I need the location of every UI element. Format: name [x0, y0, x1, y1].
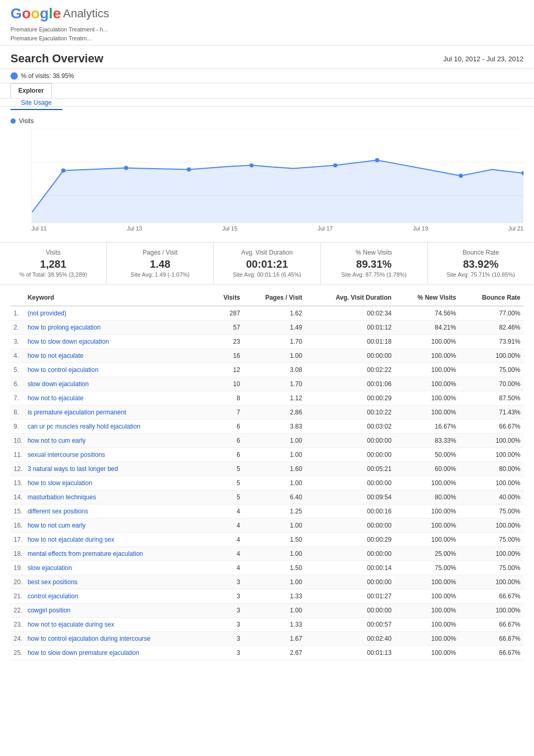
- keyword-cell[interactable]: can ur pc muscles really hold ejaculatio…: [25, 420, 210, 434]
- tab-site-usage[interactable]: Site Usage: [10, 96, 62, 110]
- table-row: 19. slow ejaculation 4 1.50 00:00:14 75.…: [10, 561, 524, 575]
- svg-point-7: [250, 163, 254, 168]
- nv-cell: 100.00%: [395, 391, 459, 406]
- keyword-cell[interactable]: how to control ejaculation: [25, 363, 210, 377]
- table-row: 7. how not to ejaculate 8 1.12 00:00:29 …: [10, 391, 524, 406]
- keyword-cell[interactable]: how to not cum early: [25, 519, 210, 533]
- row-num: 13.: [10, 476, 25, 490]
- keyword-cell[interactable]: how to not ejaculate: [25, 349, 210, 363]
- br-cell: 80.00%: [459, 462, 524, 476]
- th-avd[interactable]: Avg. Visit Duration: [305, 290, 395, 306]
- keyword-cell[interactable]: 3 natural ways to last longer bed: [25, 462, 210, 476]
- th-ppv[interactable]: Pages / Visit: [243, 290, 306, 306]
- avd-cell: 00:00:29: [305, 391, 395, 406]
- table-row: 9. can ur pc muscles really hold ejacula…: [10, 420, 524, 434]
- row-num: 23.: [10, 618, 25, 632]
- table-row: 24. how to control ejaculation during in…: [10, 632, 524, 646]
- br-cell: 75.00%: [459, 363, 524, 377]
- ppv-cell: 1.50: [243, 533, 306, 547]
- tabs-bar: Explorer: [0, 83, 534, 98]
- chart-section: Visits 140 70: [0, 107, 534, 237]
- keyword-cell[interactable]: how not to ejaculate: [25, 391, 210, 406]
- visits-cell: 57: [210, 321, 243, 335]
- metric-avd-label: Avg. Visit Duration: [222, 249, 312, 256]
- keyword-cell[interactable]: slow down ejaculation: [25, 377, 210, 391]
- br-cell: 70.00%: [459, 377, 524, 391]
- metric-br-value: 83.92%: [436, 258, 526, 270]
- br-cell: 66.67%: [459, 646, 524, 660]
- row-num: 19.: [10, 561, 25, 575]
- th-nv[interactable]: % New Visits: [395, 290, 459, 306]
- keyword-cell[interactable]: is premature ejaculation permanent: [25, 406, 210, 420]
- table-row: 21. control ejaculation 3 1.33 00:01:27 …: [10, 589, 524, 604]
- keyword-cell[interactable]: sexual intercourse positions: [25, 448, 210, 462]
- logo: Google Analytics: [10, 5, 524, 22]
- br-cell: 73.91%: [459, 335, 524, 349]
- metric-ppv-sub: Site Avg: 1.49 (-1.07%): [115, 271, 205, 278]
- metric-avd: Avg. Visit Duration 00:01:21 Site Avg: 0…: [214, 243, 320, 284]
- keyword-cell[interactable]: (not provided): [25, 306, 210, 321]
- table-row: 22. cowgirl position 3 1.00 00:00:00 100…: [10, 604, 524, 618]
- keyword-cell[interactable]: how not to cum early: [25, 434, 210, 448]
- keyword-cell[interactable]: how not to ejaculate during sex: [25, 618, 210, 632]
- avd-cell: 00:00:00: [305, 476, 395, 490]
- visits-cell: 3: [210, 632, 243, 646]
- ppv-cell: 1.49: [243, 321, 306, 335]
- visits-cell: 3: [210, 604, 243, 618]
- keyword-cell[interactable]: how to slow ejaculation: [25, 476, 210, 490]
- br-cell: 75.00%: [459, 505, 524, 519]
- th-keyword[interactable]: Keyword: [25, 290, 210, 306]
- br-cell: 71.43%: [459, 406, 524, 420]
- metric-visits: Visits 1,281 % of Total: 38.95% (3,289): [0, 243, 107, 284]
- keyword-cell[interactable]: how to prolong ejaculation: [25, 321, 210, 335]
- keyword-cell[interactable]: different sex positions: [25, 505, 210, 519]
- metrics-row: Visits 1,281 % of Total: 38.95% (3,289) …: [0, 242, 534, 284]
- br-cell: 66.67%: [459, 420, 524, 434]
- th-br[interactable]: Bounce Rate: [459, 290, 524, 306]
- keyword-cell[interactable]: how to slow down ejaculation: [25, 335, 210, 349]
- keyword-cell[interactable]: how to slow down premature ejaculation: [25, 646, 210, 660]
- logo-g: G: [10, 5, 22, 21]
- avd-cell: 00:00:00: [305, 547, 395, 561]
- logo-o2: o: [31, 5, 40, 21]
- avd-cell: 00:01:18: [305, 335, 395, 349]
- visits-cell: 8: [210, 391, 243, 406]
- logo-analytics: Analytics: [63, 7, 109, 20]
- keyword-cell[interactable]: cowgirl position: [25, 604, 210, 618]
- keyword-cell[interactable]: slow ejaculation: [25, 561, 210, 575]
- keyword-cell[interactable]: best sex positions: [25, 575, 210, 589]
- date-range: Jul 10, 2012 - Jul 23, 2012: [443, 55, 524, 63]
- filter-icon: [10, 72, 18, 80]
- avd-cell: 00:00:00: [305, 575, 395, 589]
- nv-cell: 84.21%: [395, 321, 459, 335]
- ppv-cell: 1.00: [243, 547, 306, 561]
- visits-cell: 5: [210, 490, 243, 505]
- row-num: 9.: [10, 420, 25, 434]
- visits-cell: 7: [210, 406, 243, 420]
- table-row: 13. how to slow ejaculation 5 1.00 00:00…: [10, 476, 524, 490]
- svg-point-10: [459, 174, 463, 178]
- br-cell: 66.67%: [459, 589, 524, 604]
- tab-explorer[interactable]: Explorer: [10, 83, 52, 98]
- keyword-cell[interactable]: mental effects from premature ejaculatio…: [25, 547, 210, 561]
- header: Google Analytics Premature Ejaculation T…: [0, 0, 534, 46]
- row-num: 4.: [10, 349, 25, 363]
- keyword-cell[interactable]: how to not ejaculate during sex: [25, 533, 210, 547]
- table-row: 14. masturbation techniques 5 6.40 00:09…: [10, 490, 524, 505]
- row-num: 24.: [10, 632, 25, 646]
- row-num: 3.: [10, 335, 25, 349]
- avd-cell: 00:01:12: [305, 321, 395, 335]
- avd-cell: 00:00:00: [305, 604, 395, 618]
- th-visits[interactable]: Visits: [210, 290, 243, 306]
- metric-ppv: Pages / Visit 1.48 Site Avg: 1.49 (-1.07…: [107, 243, 214, 284]
- keyword-cell[interactable]: how to control ejaculation during interc…: [25, 632, 210, 646]
- chart-x-labels: Jul 11 Jul 13 Jul 15 Jul 17 Jul 19 Jul 2…: [31, 225, 524, 232]
- table-row: 18. mental effects from premature ejacul…: [10, 547, 524, 561]
- nv-cell: 100.00%: [395, 363, 459, 377]
- keyword-cell[interactable]: control ejaculation: [25, 589, 210, 604]
- visits-cell: 4: [210, 533, 243, 547]
- table-row: 12. 3 natural ways to last longer bed 5 …: [10, 462, 524, 476]
- keyword-cell[interactable]: masturbation techniques: [25, 490, 210, 505]
- avd-cell: 00:10:22: [305, 406, 395, 420]
- svg-point-6: [187, 168, 191, 172]
